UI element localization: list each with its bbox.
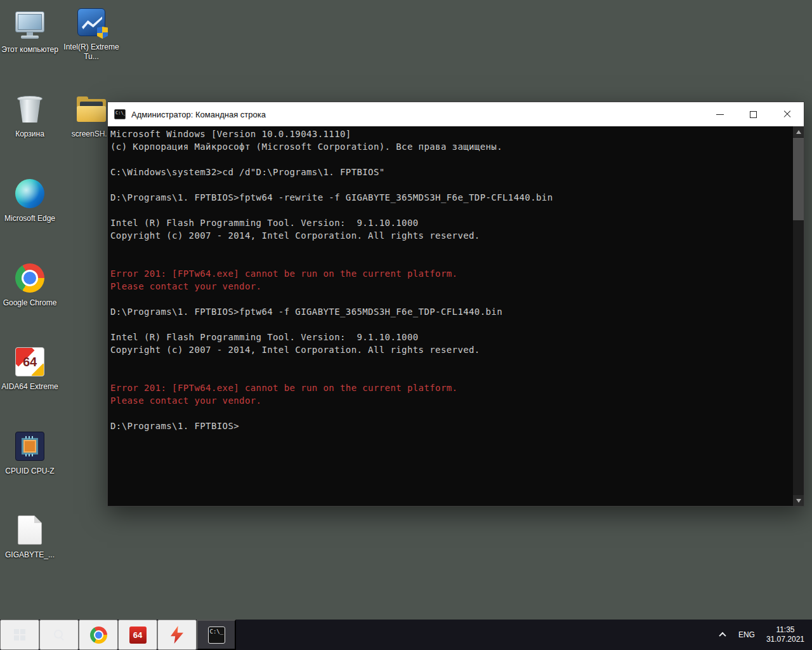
aida64-icon: 64 <box>129 627 147 644</box>
console-line <box>110 369 793 381</box>
this-pc-icon <box>15 8 44 42</box>
folder-icon <box>75 92 108 126</box>
desktop-icon-label: Корзина <box>15 129 44 139</box>
lightning-icon <box>171 626 183 644</box>
taskbar-lightning-button[interactable] <box>157 620 197 650</box>
desktop-icon-label: screenSH... <box>72 129 112 139</box>
language-indicator[interactable]: ENG <box>732 620 761 650</box>
cmd-window: C:\_ Администратор: Командная строка Mic… <box>107 102 804 507</box>
maximize-icon <box>750 111 757 118</box>
cmd-icon: C:\_ <box>208 627 225 644</box>
console-line: Please contact your vendor. <box>110 280 793 293</box>
desktop-icon-gigabyte-file[interactable]: GIGABYTE_... <box>1 513 59 560</box>
console-line <box>110 255 793 267</box>
console-line <box>110 153 793 166</box>
desktop-icon-this-pc[interactable]: Этот компьютер <box>1 8 59 55</box>
search-icon <box>53 629 65 640</box>
maximize-button[interactable] <box>737 102 770 126</box>
console-output[interactable]: Microsoft Windows [Version 10.0.19043.11… <box>108 126 793 506</box>
console-line: D:\Programs\1. FPTBIOS> <box>110 420 793 432</box>
taskbar-cmd-button[interactable]: C:\_ <box>197 620 236 650</box>
scroll-up-button[interactable] <box>793 126 804 137</box>
taskbar-aida64-button[interactable]: 64 <box>118 620 157 650</box>
chrome-icon <box>90 627 107 644</box>
uac-shield-icon <box>97 27 108 39</box>
start-button[interactable] <box>0 620 39 650</box>
console-line: D:\Programs\1. FPTBIOS>fptw64 -f GIGABYT… <box>110 305 793 318</box>
console-line <box>110 356 793 369</box>
window-title: Администратор: Командная строка <box>131 110 703 119</box>
search-button[interactable] <box>39 620 79 650</box>
minimize-icon <box>716 114 724 115</box>
taskbar-chrome-button[interactable] <box>79 620 118 650</box>
console-line <box>110 204 793 216</box>
cmd-icon: C:\_ <box>114 109 126 119</box>
console-line: (c) Корпорация Майкрософт (Microsoft Cor… <box>110 140 793 153</box>
desktop: Этот компьютер Intel(R) Extreme Tu... Ко… <box>0 0 812 650</box>
console-line: Copyright (c) 2007 - 2014, Intel Corpora… <box>110 229 793 242</box>
console-scrollbar[interactable] <box>793 126 804 506</box>
desktop-icon-label: Microsoft Edge <box>4 214 55 223</box>
edge-icon <box>15 176 44 211</box>
console-line: Microsoft Windows [Version 10.0.19043.11… <box>110 128 793 140</box>
desktop-icon-cpu-z[interactable]: CPUID CPU-Z <box>1 429 59 476</box>
console-area: Microsoft Windows [Version 10.0.19043.11… <box>108 126 804 506</box>
arrow-down-icon <box>796 499 801 503</box>
scrollbar-thumb[interactable] <box>793 138 804 220</box>
desktop-icon-label: GIGABYTE_... <box>5 550 55 560</box>
console-line: Intel (R) Flash Programming Tool. Versio… <box>110 331 793 343</box>
desktop-icon-google-chrome[interactable]: Google Chrome <box>1 261 59 308</box>
close-icon <box>783 110 792 119</box>
desktop-icon-intel-xtu[interactable]: Intel(R) Extreme Tu... <box>62 5 121 62</box>
minimize-button[interactable] <box>703 102 737 126</box>
desktop-icon-recycle-bin[interactable]: Корзина <box>1 92 59 139</box>
taskbar: 64 C:\_ ENG 11:35 31.07.2021 <box>0 620 812 650</box>
clock-time: 11:35 <box>776 625 794 635</box>
console-line: Intel (R) Flash Programming Tool. Versio… <box>110 216 793 229</box>
console-line: Please contact your vendor. <box>110 394 793 407</box>
aida64-icon: 64 <box>15 345 44 379</box>
window-controls <box>703 102 804 126</box>
console-line <box>110 407 793 420</box>
cpu-z-icon <box>15 429 44 463</box>
desktop-icon-aida64[interactable]: 64 AIDA64 Extreme <box>1 345 59 392</box>
chrome-icon <box>15 261 44 295</box>
desktop-icon-label: CPUID CPU-Z <box>5 467 54 476</box>
console-line <box>110 318 793 331</box>
desktop-icon-label: AIDA64 Extreme <box>1 382 58 392</box>
console-line: Copyright (c) 2007 - 2014, Intel Corpora… <box>110 343 793 356</box>
tray-expand-button[interactable] <box>713 620 732 650</box>
console-line <box>110 293 793 305</box>
console-line <box>110 178 793 191</box>
console-line <box>110 242 793 255</box>
system-tray: ENG 11:35 31.07.2021 <box>713 620 812 650</box>
intel-xtu-icon <box>77 5 105 39</box>
document-icon <box>18 513 42 547</box>
scroll-down-button[interactable] <box>793 495 804 506</box>
recycle-bin-icon <box>17 92 43 126</box>
console-line: D:\Programs\1. FPTBIOS>fptw64 -rewrite -… <box>110 191 793 204</box>
desktop-icon-microsoft-edge[interactable]: Microsoft Edge <box>1 176 59 223</box>
clock-date: 31.07.2021 <box>766 635 804 644</box>
console-line: Error 201: [FPTw64.exe] cannot be run on… <box>110 381 793 394</box>
console-line: C:\Windows\system32>cd /d"D:\Programs\1.… <box>110 166 793 178</box>
chevron-up-icon <box>719 632 726 639</box>
desktop-icon-label: Intel(R) Extreme Tu... <box>62 43 121 62</box>
clock[interactable]: 11:35 31.07.2021 <box>761 620 812 650</box>
arrow-up-icon <box>796 130 801 134</box>
windows-logo-icon <box>14 629 25 640</box>
desktop-icon-label: Google Chrome <box>3 298 57 308</box>
console-line: Error 201: [FPTw64.exe] cannot be run on… <box>110 267 793 280</box>
titlebar[interactable]: C:\_ Администратор: Командная строка <box>108 102 804 126</box>
close-button[interactable] <box>770 102 804 126</box>
desktop-icon-label: Этот компьютер <box>1 45 58 55</box>
